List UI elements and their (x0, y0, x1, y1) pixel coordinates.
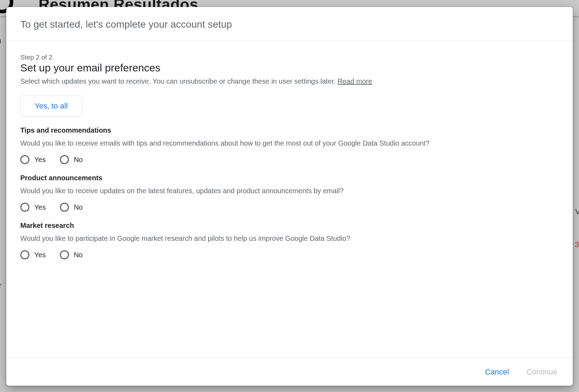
radio-label: Yes (34, 203, 46, 211)
step-subtitle: Select which updates you want to receive… (20, 76, 559, 86)
radio-circle-icon (20, 203, 29, 212)
radio-circle-icon (60, 250, 69, 259)
question-title: Product announcements (20, 174, 559, 182)
question-product-announcements: Product announcements Would you like to … (20, 174, 559, 212)
dialog-body: Step 2 of 2 Set up your email preference… (6, 41, 573, 358)
account-setup-dialog: To get started, let's complete your acco… (6, 7, 573, 386)
radio-label: Yes (34, 251, 46, 259)
radio-yes[interactable]: Yes (20, 155, 46, 164)
radio-group: Yes No (20, 250, 559, 259)
question-description: Would you like to receive updates on the… (20, 186, 559, 196)
question-market-research: Market research Would you like to partic… (20, 222, 559, 259)
radio-group: Yes No (20, 155, 559, 164)
radio-circle-icon (20, 155, 29, 164)
dialog-heading: To get started, let's complete your acco… (20, 19, 559, 30)
read-more-link[interactable]: Read more (337, 77, 372, 85)
radio-no[interactable]: No (60, 155, 83, 164)
modal-overlay: To get started, let's complete your acco… (0, 0, 579, 392)
radio-yes[interactable]: Yes (20, 203, 46, 212)
continue-button[interactable]: Continue (523, 365, 561, 379)
question-tips: Tips and recommendations Would you like … (20, 126, 559, 164)
question-description: Would you like to receive emails with ti… (20, 138, 559, 149)
dialog-footer: Cancel Continue (6, 358, 573, 386)
radio-circle-icon (60, 155, 69, 164)
radio-group: Yes No (20, 203, 559, 212)
radio-label: No (74, 156, 83, 164)
radio-no[interactable]: No (60, 203, 83, 212)
yes-to-all-button[interactable]: Yes, to all (20, 96, 82, 117)
radio-no[interactable]: No (60, 250, 83, 259)
radio-label: No (74, 251, 83, 259)
radio-label: Yes (34, 156, 46, 164)
radio-circle-icon (20, 250, 29, 259)
radio-label: No (74, 203, 83, 211)
cancel-button[interactable]: Cancel (481, 365, 512, 379)
radio-circle-icon (60, 203, 69, 212)
step-title: Set up your email preferences (20, 62, 559, 74)
step-counter: Step 2 of 2 (20, 54, 559, 61)
question-title: Market research (20, 222, 559, 230)
radio-yes[interactable]: Yes (20, 250, 46, 259)
step-subtitle-text: Select which updates you want to receive… (20, 77, 337, 85)
dialog-header: To get started, let's complete your acco… (6, 7, 573, 41)
question-title: Tips and recommendations (20, 126, 559, 134)
question-description: Would you like to participate in Google … (20, 233, 559, 244)
